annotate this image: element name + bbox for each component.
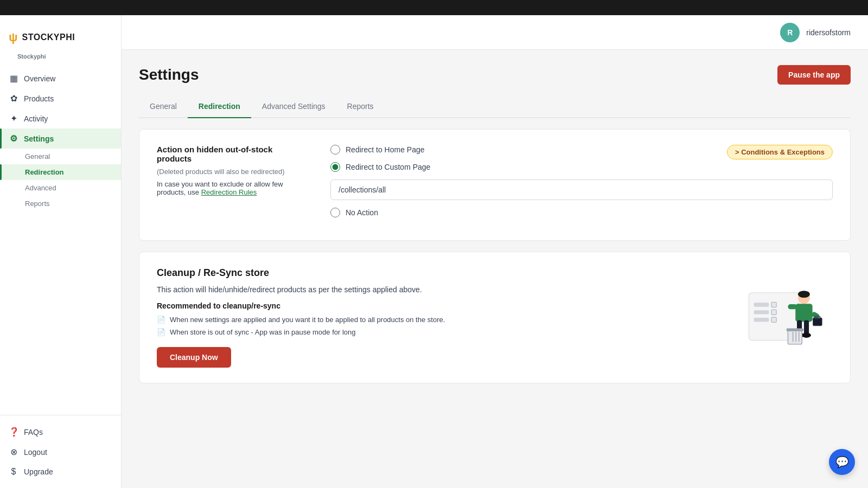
tab-redirection[interactable]: Redirection bbox=[188, 95, 251, 118]
svg-rect-1 bbox=[754, 303, 769, 306]
redirection-card-inner: Action on hidden out-of-stock products (… bbox=[157, 145, 833, 225]
logo-area: ψ STOCKYPHI bbox=[9, 24, 112, 53]
sidebar-nav: ▦ Overview ✿ Products ✦ Activity ⚙ Setti… bbox=[0, 68, 121, 211]
sidebar: ψ STOCKYPHI Stockyphi ▦ Overview ✿ Produ… bbox=[0, 15, 122, 488]
logo-icon: ψ bbox=[9, 30, 18, 44]
subnav-item-redirection[interactable]: Redirection bbox=[0, 164, 121, 180]
subnav-item-advanced[interactable]: Advanced bbox=[0, 180, 121, 196]
svg-rect-3 bbox=[754, 318, 769, 322]
subnav-item-general[interactable]: General bbox=[0, 149, 121, 164]
redirection-card: Action on hidden out-of-stock products (… bbox=[139, 129, 851, 241]
cleanup-content: Cleanup / Re-Sync store This action will… bbox=[157, 267, 724, 368]
svg-point-8 bbox=[798, 291, 810, 298]
pause-button[interactable]: Pause the app bbox=[777, 65, 851, 85]
sidebar-bottom: ❓ FAQs ⊗ Logout $ Upgrade bbox=[0, 415, 121, 488]
radio-option-custom[interactable]: Redirect to Custom Page bbox=[330, 162, 833, 172]
cleanup-inner: Cleanup / Re-Sync store This action will… bbox=[157, 267, 833, 368]
settings-tabs: General Redirection Advanced Settings Re… bbox=[139, 95, 851, 118]
products-icon: ✿ bbox=[9, 93, 18, 104]
sidebar-item-activity[interactable]: ✦ Activity bbox=[0, 108, 121, 129]
svg-point-15 bbox=[802, 332, 811, 337]
sidebar-section-label: Stockyphi bbox=[9, 53, 112, 64]
radio-homepage-label: Redirect to Home Page bbox=[346, 145, 425, 154]
main-content: Settings Pause the app General Redirecti… bbox=[122, 50, 868, 488]
header-right: R ridersofstorm bbox=[780, 23, 851, 42]
chat-button[interactable]: 💬 bbox=[829, 449, 855, 475]
action-desc: (Deleted products will also be redirecte… bbox=[157, 168, 309, 176]
tab-general[interactable]: General bbox=[139, 95, 188, 118]
svg-rect-17 bbox=[787, 328, 803, 331]
redirection-card-left: Action on hidden out-of-stock products (… bbox=[157, 145, 309, 225]
radio-row-noaction: No Action bbox=[330, 208, 833, 217]
logout-icon: ⊗ bbox=[9, 447, 18, 457]
sidebar-item-logout[interactable]: ⊗ Logout bbox=[0, 442, 121, 462]
cleanup-recommend: Recommended to cleanup/re-sync bbox=[157, 301, 724, 310]
redirection-card-right: Redirect to Home Page > Conditions & Exc… bbox=[330, 145, 833, 225]
radio-noaction[interactable] bbox=[330, 208, 340, 217]
redirection-rules-link[interactable]: Redirection Rules bbox=[201, 188, 257, 196]
sidebar-item-logout-label: Logout bbox=[24, 448, 47, 457]
sidebar-item-products[interactable]: ✿ Products bbox=[0, 88, 121, 108]
cleanup-list: When new settings are applied and you wa… bbox=[157, 316, 724, 336]
svg-rect-4 bbox=[771, 302, 776, 307]
top-header: R ridersofstorm bbox=[122, 15, 868, 50]
sidebar-item-settings[interactable]: ⚙ Settings bbox=[0, 129, 121, 149]
tab-advanced-settings[interactable]: Advanced Settings bbox=[251, 95, 336, 118]
chat-icon: 💬 bbox=[835, 455, 849, 468]
logo-text: STOCKYPHI bbox=[22, 33, 75, 42]
svg-rect-2 bbox=[754, 310, 769, 314]
conditions-badge[interactable]: > Conditions & Exceptions bbox=[727, 145, 833, 159]
sidebar-item-overview[interactable]: ▦ Overview bbox=[0, 68, 121, 88]
svg-rect-10 bbox=[788, 304, 797, 309]
svg-rect-16 bbox=[788, 330, 802, 344]
page-title: Settings bbox=[139, 66, 199, 84]
cleanup-now-button[interactable]: Cleanup Now bbox=[157, 347, 231, 368]
svg-rect-5 bbox=[771, 310, 776, 314]
cleanup-list-item-1-text: When new settings are applied and you wa… bbox=[170, 316, 445, 324]
radio-option-noaction[interactable]: No Action bbox=[330, 208, 833, 217]
settings-icon: ⚙ bbox=[9, 133, 18, 144]
radio-custom-label: Redirect to Custom Page bbox=[346, 163, 430, 171]
custom-url-input[interactable] bbox=[330, 179, 833, 200]
sidebar-item-products-label: Products bbox=[24, 94, 54, 103]
cleanup-list-item-1: When new settings are applied and you wa… bbox=[157, 316, 724, 324]
top-bar bbox=[0, 0, 868, 15]
sidebar-item-activity-label: Activity bbox=[24, 114, 48, 123]
tab-reports[interactable]: Reports bbox=[336, 95, 385, 118]
sidebar-item-upgrade[interactable]: $ Upgrade bbox=[0, 462, 121, 481]
cleanup-list-item-2: When store is out of sync - App was in p… bbox=[157, 328, 724, 336]
sidebar-item-upgrade-label: Upgrade bbox=[24, 467, 53, 476]
sidebar-item-overview-label: Overview bbox=[24, 74, 55, 83]
upgrade-icon: $ bbox=[9, 467, 18, 477]
username: ridersofstorm bbox=[806, 28, 851, 37]
svg-rect-9 bbox=[795, 304, 812, 322]
sidebar-item-faqs[interactable]: ❓ FAQs bbox=[0, 422, 121, 442]
cleanup-illustration bbox=[735, 267, 833, 368]
cleanup-list-item-2-text: When store is out of sync - App was in p… bbox=[170, 328, 356, 336]
radio-homepage[interactable] bbox=[330, 145, 340, 155]
avatar: R bbox=[780, 23, 800, 42]
radio-custom[interactable] bbox=[330, 162, 340, 172]
main-wrapper: R ridersofstorm Settings Pause the app G… bbox=[122, 15, 868, 488]
cleanup-card: Cleanup / Re-Sync store This action will… bbox=[139, 252, 851, 383]
faqs-icon: ❓ bbox=[9, 427, 18, 437]
sidebar-item-faqs-label: FAQs bbox=[24, 428, 43, 436]
sidebar-item-settings-label: Settings bbox=[24, 134, 54, 143]
activity-icon: ✦ bbox=[9, 113, 18, 124]
avatar-initial: R bbox=[787, 28, 793, 37]
subnav-redirection-label: Redirection bbox=[25, 168, 64, 176]
subnav-advanced-label: Advanced bbox=[25, 184, 56, 192]
page-header-row: Settings Pause the app bbox=[139, 65, 851, 85]
cleanup-svg bbox=[743, 285, 825, 350]
radio-option-homepage[interactable]: Redirect to Home Page bbox=[330, 145, 425, 155]
cleanup-title: Cleanup / Re-Sync store bbox=[157, 267, 724, 279]
action-note: In case you want to exclude or allow few… bbox=[157, 180, 309, 196]
overview-icon: ▦ bbox=[9, 73, 18, 84]
radio-row-homepage: Redirect to Home Page > Conditions & Exc… bbox=[330, 145, 833, 162]
radio-row-custom: Redirect to Custom Page bbox=[330, 162, 833, 208]
radio-noaction-label: No Action bbox=[346, 208, 378, 217]
svg-rect-6 bbox=[771, 317, 776, 322]
subnav-item-reports[interactable]: Reports bbox=[0, 196, 121, 211]
action-title: Action on hidden out-of-stock products bbox=[157, 145, 309, 163]
settings-subnav: General Redirection Advanced Reports bbox=[0, 149, 121, 211]
